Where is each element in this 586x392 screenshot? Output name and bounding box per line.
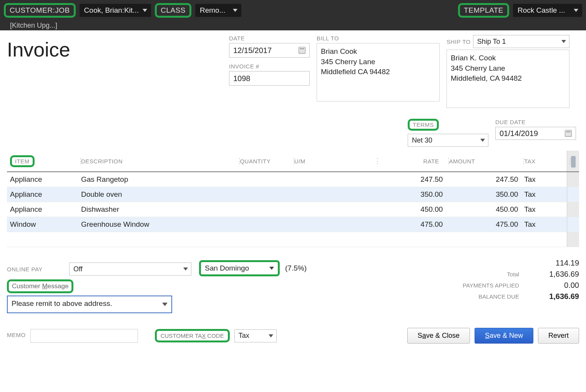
due-date-input[interactable]: 01/14/2019	[495, 127, 576, 140]
balance-label: BALANCE DUE	[442, 293, 519, 300]
line-items-table: ITEM DESCRIPTION QUANTITY U/M RATE AMOUN…	[7, 151, 579, 247]
invoice-num-label: INVOICE #	[229, 63, 310, 70]
revert-button[interactable]: Revert	[538, 328, 579, 344]
col-tax: TAX	[521, 151, 567, 172]
col-item: ITEM	[10, 155, 35, 167]
terms-dropdown[interactable]: Net 30	[408, 134, 488, 147]
tax-item-dropdown[interactable]: San Domingo	[199, 260, 280, 276]
class-label: CLASS	[155, 3, 191, 18]
table-row[interactable]: ApplianceDishwasher450.00450.00Tax	[7, 202, 579, 217]
table-row[interactable]: ApplianceDouble oven350.00350.00Tax	[7, 187, 579, 202]
page-title: Invoice	[7, 35, 222, 64]
table-row-blank[interactable]	[7, 232, 579, 247]
customer-message-dropdown[interactable]: Please remit to above address.	[7, 296, 172, 313]
save-close-button[interactable]: Save & Close	[407, 328, 470, 344]
online-pay-label: ONLINE PAY	[7, 266, 65, 272]
ship-to-dropdown[interactable]: Ship To 1	[473, 35, 569, 48]
payments-label: PAYMENTS APPLIED	[442, 282, 519, 289]
save-new-button[interactable]: Save & New	[475, 328, 533, 344]
scrollbar-thumb[interactable]	[571, 156, 576, 168]
template-label: TEMPLATE	[458, 3, 509, 18]
calendar-icon[interactable]	[565, 130, 572, 137]
table-row[interactable]: ApplianceGas Rangetop247.50247.50Tax	[7, 172, 579, 187]
customer-tax-code-dropdown[interactable]: Tax	[234, 329, 277, 342]
calendar-icon[interactable]	[299, 47, 305, 54]
tax-amount: 114.19	[525, 259, 579, 267]
due-date-label: DUE DATE	[495, 119, 576, 125]
col-amount: AMOUNT	[446, 151, 521, 172]
ship-to-textarea[interactable]: Brian K. Cook 345 Cherry Lane Middlefiel…	[447, 50, 569, 108]
bill-to-textarea[interactable]: Brian Cook 345 Cherry Lane Middlefield C…	[317, 43, 440, 101]
ship-to-label: SHIP TO	[447, 38, 471, 45]
total-label: Total	[442, 271, 519, 277]
date-input[interactable]: 12/15/2017	[229, 43, 310, 58]
payments-value: 0.00	[525, 281, 579, 290]
col-quantity: QUANTITY	[237, 151, 291, 172]
terms-label: TERMS	[408, 119, 439, 131]
memo-label: MEMO	[7, 332, 26, 338]
customer-job-label: CUSTOMER:JOB	[4, 3, 76, 18]
table-row[interactable]: WindowGreenhouse Window475.00475.00Tax	[7, 217, 579, 232]
invoice-num-input[interactable]: 1098	[229, 71, 310, 86]
online-pay-dropdown[interactable]: Off	[69, 262, 191, 276]
balance-value: 1,636.69	[525, 292, 579, 301]
customer-job-dropdown[interactable]: Cook, Brian:Kit...	[80, 4, 151, 17]
bill-to-label: BILL TO	[317, 35, 440, 42]
template-dropdown[interactable]: Rock Castle ...	[513, 4, 582, 17]
date-label: DATE	[229, 35, 310, 42]
total-value: 1,636.69	[525, 270, 579, 279]
col-rate: RATE	[375, 151, 446, 172]
tax-rate-display: (7.5%)	[285, 264, 307, 272]
class-dropdown[interactable]: Remo...	[195, 4, 241, 17]
memo-input[interactable]	[30, 329, 138, 343]
customer-job-subtitle: [Kitchen Upg...]	[4, 22, 582, 30]
customer-message-label: Customer Message	[7, 279, 73, 293]
col-um: U/M	[291, 151, 375, 172]
top-toolbar: CUSTOMER:JOB Cook, Brian:Kit... CLASS Re…	[0, 0, 586, 30]
customer-tax-code-label: CUSTOMER TAX CODE	[155, 329, 230, 342]
col-description: DESCRIPTION	[78, 151, 237, 172]
